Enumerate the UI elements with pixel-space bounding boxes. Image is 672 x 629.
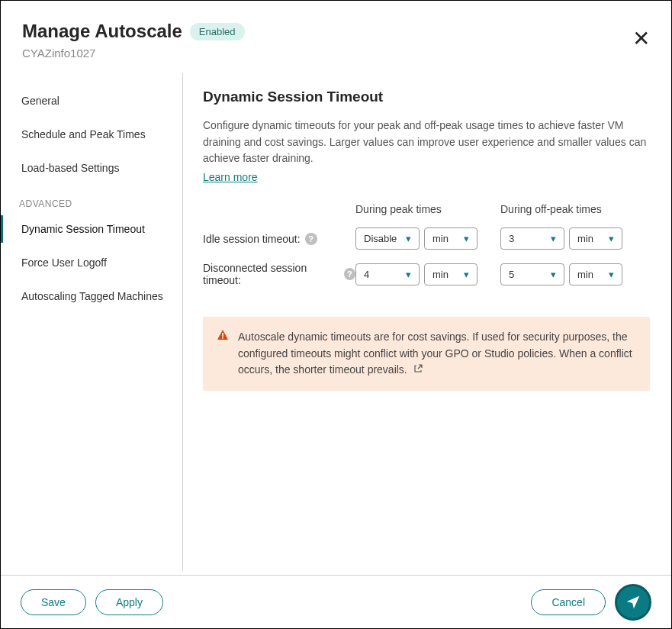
column-header-offpeak: During off-peak times bbox=[500, 203, 645, 215]
main-panel: Dynamic Session Timeout Configure dynami… bbox=[183, 73, 671, 571]
help-icon[interactable]: ? bbox=[305, 233, 317, 245]
column-header-peak: During peak times bbox=[355, 203, 500, 215]
sidebar-item-schedule[interactable]: Schedule and Peak Times bbox=[1, 121, 182, 148]
learn-more-link[interactable]: Learn more bbox=[203, 171, 258, 183]
chevron-down-icon: ▾ bbox=[551, 233, 556, 244]
cancel-button[interactable]: Cancel bbox=[531, 589, 606, 615]
section-heading: Dynamic Session Timeout bbox=[203, 89, 650, 105]
chevron-down-icon: ▾ bbox=[609, 233, 614, 244]
disc-offpeak-value-select[interactable]: 5 ▾ bbox=[500, 263, 564, 285]
idle-offpeak-unit-select[interactable]: min ▾ bbox=[569, 227, 622, 250]
save-button[interactable]: Save bbox=[21, 589, 86, 615]
chevron-down-icon: ▾ bbox=[464, 269, 469, 280]
sidebar-item-autoscaling-tagged[interactable]: Autoscaling Tagged Machines bbox=[1, 282, 182, 310]
alert-text: Autoscale dynamic timeouts are for cost … bbox=[238, 331, 632, 376]
row-label-disconnected: Disconnected session timeout: ? bbox=[203, 262, 355, 286]
dialog-footer: Save Apply Cancel bbox=[1, 575, 671, 628]
send-icon bbox=[625, 594, 641, 611]
delivery-group-name: CYAZinfo1027 bbox=[22, 47, 650, 60]
timeout-grid: During peak times During off-peak times … bbox=[203, 203, 650, 286]
chevron-down-icon: ▾ bbox=[609, 269, 614, 280]
disc-peak-value-select[interactable]: 4 ▾ bbox=[355, 263, 420, 285]
disc-offpeak-unit-select[interactable]: min ▾ bbox=[569, 263, 622, 285]
chevron-down-icon: ▾ bbox=[406, 233, 411, 244]
svg-rect-1 bbox=[222, 337, 223, 339]
idle-offpeak-value-select[interactable]: 3 ▾ bbox=[500, 227, 564, 250]
help-icon[interactable]: ? bbox=[344, 268, 355, 280]
help-fab[interactable] bbox=[615, 584, 651, 621]
warning-alert: Autoscale dynamic timeouts are for cost … bbox=[203, 317, 650, 391]
sidebar-item-force-user-logoff[interactable]: Force User Logoff bbox=[1, 249, 182, 276]
sidebar: General Schedule and Peak Times Load-bas… bbox=[1, 73, 183, 571]
sidebar-item-load-based[interactable]: Load-based Settings bbox=[1, 154, 182, 182]
dialog-header: Manage Autoscale Enabled CYAZinfo1027 ✕ bbox=[1, 1, 671, 73]
status-badge: Enabled bbox=[190, 23, 245, 40]
sidebar-section-advanced: ADVANCED bbox=[1, 188, 182, 215]
svg-rect-0 bbox=[222, 333, 223, 337]
warning-icon bbox=[217, 329, 229, 379]
sidebar-item-dynamic-session-timeout[interactable]: Dynamic Session Timeout bbox=[1, 215, 182, 243]
close-icon: ✕ bbox=[632, 27, 650, 50]
row-label-idle: Idle session timeout: ? bbox=[203, 233, 355, 245]
chevron-down-icon: ▾ bbox=[464, 233, 469, 244]
external-link-icon[interactable] bbox=[413, 362, 423, 379]
chevron-down-icon: ▾ bbox=[406, 269, 411, 280]
chevron-down-icon: ▾ bbox=[551, 269, 556, 280]
close-button[interactable]: ✕ bbox=[629, 25, 653, 53]
page-title: Manage Autoscale bbox=[22, 21, 182, 42]
idle-peak-value-select[interactable]: Disable ▾ bbox=[355, 227, 420, 250]
sidebar-item-general[interactable]: General bbox=[1, 87, 182, 115]
apply-button[interactable]: Apply bbox=[95, 589, 163, 615]
disc-peak-unit-select[interactable]: min ▾ bbox=[424, 263, 477, 285]
idle-peak-unit-select[interactable]: min ▾ bbox=[424, 227, 477, 250]
section-description: Configure dynamic timeouts for your peak… bbox=[203, 118, 650, 167]
